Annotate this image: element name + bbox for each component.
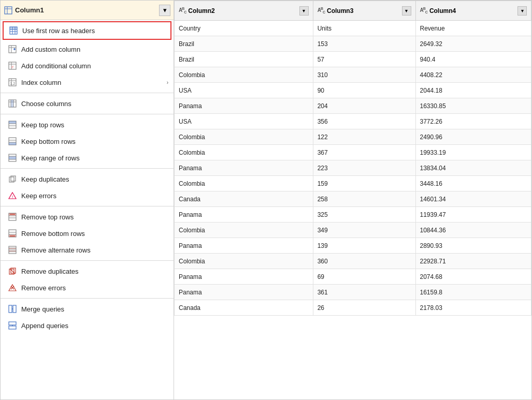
column1-label: Column1 xyxy=(15,6,157,14)
menu-item-index-column[interactable]: 1,2 Index column › xyxy=(1,74,174,91)
remove-alternate-rows-icon xyxy=(8,245,17,255)
menu-item-remove-alternate-rows[interactable]: Remove alternate rows xyxy=(1,242,174,258)
table-cell: 10844.36 xyxy=(415,223,531,238)
svg-rect-53 xyxy=(9,246,16,254)
table-cell: Panama xyxy=(175,285,313,300)
table-cell: Units xyxy=(313,21,415,36)
table-cell: 16159.8 xyxy=(415,285,531,300)
column4-type-icon: ABC xyxy=(420,7,427,14)
svg-rect-26 xyxy=(11,100,13,107)
append-queries-label: Append queries xyxy=(21,322,68,330)
table-cell: 13834.04 xyxy=(415,160,531,176)
table-cell: 325 xyxy=(313,207,415,223)
table-cell: USA xyxy=(175,114,313,129)
choose-columns-icon xyxy=(8,99,17,108)
column3-dropdown-button[interactable]: ▾ xyxy=(402,6,411,16)
table-cell: USA xyxy=(175,83,313,98)
table-row: Panama692074.68 xyxy=(175,269,531,285)
table-cell: 2890.93 xyxy=(415,238,531,254)
table-row: Colombia36022928.71 xyxy=(175,254,531,269)
table-cell: 356 xyxy=(313,114,415,129)
table-cell: 258 xyxy=(313,191,415,207)
table-cell: 361 xyxy=(313,285,415,300)
column1-dropdown-button[interactable]: ▾ xyxy=(159,5,170,16)
table-cell: 122 xyxy=(313,129,415,145)
keep-top-rows-icon xyxy=(8,120,17,129)
table-row: USA902044.18 xyxy=(175,83,531,98)
menu-item-remove-bottom-rows[interactable]: Remove bottom rows xyxy=(1,225,174,242)
remove-errors-label: Remove errors xyxy=(21,284,66,292)
svg-rect-66 xyxy=(9,305,12,313)
menu-item-remove-top-rows[interactable]: Remove top rows xyxy=(1,209,174,225)
table-cell: 2490.96 xyxy=(415,129,531,145)
table-cell: 360 xyxy=(313,254,415,269)
table-row: Colombia3104408.22 xyxy=(175,67,531,83)
table-cell: 4408.22 xyxy=(415,67,531,83)
column4-dropdown-button[interactable]: ▾ xyxy=(517,6,527,16)
table-cell: Panama xyxy=(175,269,313,285)
merge-queries-label: Merge queries xyxy=(21,305,64,313)
table-row: Panama20416330.85 xyxy=(175,98,531,114)
table-cell: 57 xyxy=(313,52,415,67)
table-cell: Country xyxy=(175,21,313,36)
menu-item-remove-duplicates[interactable]: Remove duplicates xyxy=(1,263,174,279)
divider-1 xyxy=(1,93,174,93)
table-cell: 3448.16 xyxy=(415,176,531,191)
menu-items-container: Use first row as headers Add custom colu… xyxy=(1,20,174,334)
menu-item-keep-range-of-rows[interactable]: Keep range of rows xyxy=(1,150,174,166)
remove-bottom-rows-label: Remove bottom rows xyxy=(21,230,85,238)
remove-bottom-rows-icon xyxy=(8,229,17,238)
table-cell: 14601.34 xyxy=(415,191,531,207)
table-cell: 11939.47 xyxy=(415,207,531,223)
table-cell: 159 xyxy=(313,176,415,191)
table-cell: Colombia xyxy=(175,254,313,269)
svg-rect-4 xyxy=(10,27,17,29)
add-conditional-column-label: Add conditional column xyxy=(21,62,91,70)
table-row: Brazil57940.4 xyxy=(175,52,531,67)
menu-item-keep-top-rows[interactable]: Keep top rows xyxy=(1,116,174,133)
table-cell: Brazil xyxy=(175,52,313,67)
keep-errors-icon: ! xyxy=(8,191,17,200)
table-cell: 2044.18 xyxy=(415,83,531,98)
table-cell: 367 xyxy=(313,145,415,160)
table-row: Canada262178.03 xyxy=(175,300,531,316)
table-cell: 349 xyxy=(313,223,415,238)
table-row: Panama36116159.8 xyxy=(175,285,531,300)
column2-type-icon: ABC xyxy=(179,7,186,14)
table-cell: 2649.32 xyxy=(415,36,531,52)
menu-item-keep-duplicates[interactable]: Keep duplicates xyxy=(1,171,174,187)
table-body: CountryUnitsRevenueBrazil1532649.32Brazi… xyxy=(175,21,531,316)
column3-header: ABC Column3 ▾ xyxy=(313,1,415,21)
index-column-label: Index column xyxy=(21,79,61,86)
menu-item-keep-errors[interactable]: ! Keep errors xyxy=(1,187,174,204)
table-row: Colombia1593448.16 xyxy=(175,176,531,191)
menu-item-remove-errors[interactable]: Remove errors xyxy=(1,279,174,296)
menu-item-add-conditional-column[interactable]: if Add conditional column xyxy=(1,57,174,74)
table-cell: 69 xyxy=(313,269,415,285)
table-cell: 22928.71 xyxy=(415,254,531,269)
remove-duplicates-label: Remove duplicates xyxy=(21,268,79,275)
divider-4 xyxy=(1,206,174,206)
menu-item-merge-queries[interactable]: Merge queries xyxy=(1,301,174,317)
column4-header: ABC Column4 ▾ xyxy=(415,1,531,21)
main-container: Column1 ▾ Use first r xyxy=(0,0,532,400)
keep-duplicates-icon xyxy=(8,174,17,184)
menu-item-append-queries[interactable]: Append queries xyxy=(1,317,174,334)
menu-item-keep-bottom-rows[interactable]: Keep bottom rows xyxy=(1,133,174,150)
table-cell: Colombia xyxy=(175,145,313,160)
svg-rect-32 xyxy=(9,142,16,145)
table-row: Panama22313834.04 xyxy=(175,160,531,176)
menu-item-use-first-row[interactable]: Use first row as headers xyxy=(3,21,171,40)
svg-rect-36 xyxy=(9,156,16,159)
table-cell: 310 xyxy=(313,67,415,83)
svg-text:!: ! xyxy=(12,195,13,199)
table-cell: 223 xyxy=(313,160,415,176)
append-queries-icon xyxy=(8,321,17,330)
menu-item-choose-columns[interactable]: Choose columns xyxy=(1,95,174,112)
index-column-submenu-icon: › xyxy=(167,80,168,85)
column2-header: ABC Column2 ▾ xyxy=(175,1,313,21)
add-custom-column-label: Add custom column xyxy=(21,46,80,53)
column2-dropdown-button[interactable]: ▾ xyxy=(299,6,309,16)
menu-item-add-custom-column[interactable]: Add custom column xyxy=(1,41,174,57)
table-cell: 139 xyxy=(313,238,415,254)
